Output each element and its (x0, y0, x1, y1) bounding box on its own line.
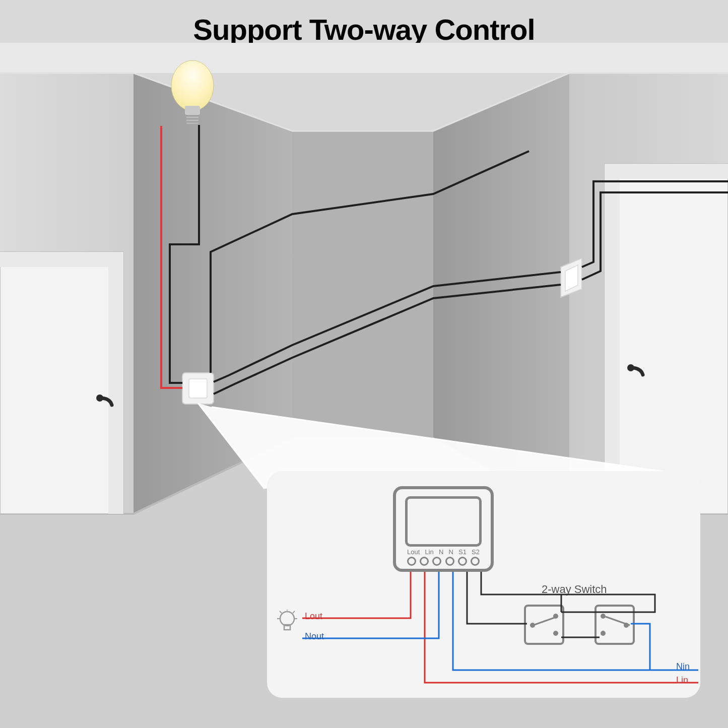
relay-module: Lout Lin N N S1 S2 (393, 486, 494, 572)
svg-line-22 (533, 617, 557, 625)
term-s1: S1 (458, 548, 467, 556)
schematic-panel: Lout Lin N N S1 S2 2-way Switch (267, 471, 700, 698)
svg-rect-8 (0, 252, 123, 267)
svg-rect-9 (108, 252, 123, 514)
svg-rect-11 (605, 164, 728, 514)
svg-rect-13 (605, 164, 620, 514)
svg-rect-19 (189, 379, 207, 398)
right-door (605, 164, 728, 514)
schematic-switch-2 (594, 605, 635, 645)
label-nin: Nin (676, 661, 690, 672)
terminal-row (407, 557, 480, 566)
term-lin: Lin (425, 548, 433, 556)
svg-point-24 (280, 612, 294, 626)
svg-line-29 (293, 611, 295, 613)
bulb-icon (277, 610, 297, 635)
term-s2: S2 (472, 548, 480, 556)
svg-point-15 (171, 60, 214, 111)
term-lout: Lout (407, 548, 420, 556)
schematic-switch-1 (524, 605, 564, 645)
svg-rect-7 (0, 252, 123, 514)
svg-line-28 (280, 611, 282, 613)
svg-rect-12 (605, 164, 728, 179)
svg-marker-3 (292, 131, 433, 438)
term-n2: N (448, 548, 453, 556)
wall-switch-left (182, 373, 214, 404)
terminal-labels: Lout Lin N N S1 S2 (407, 548, 480, 556)
label-lout: Lout (305, 611, 322, 622)
svg-rect-0 (0, 43, 728, 73)
svg-rect-16 (185, 106, 200, 115)
term-n1: N (439, 548, 443, 556)
two-way-switch-title: 2-way Switch (542, 583, 607, 596)
label-lin: Lin (676, 675, 688, 686)
svg-line-23 (606, 617, 630, 625)
label-nout: Nout (305, 631, 324, 642)
left-door (0, 252, 123, 514)
